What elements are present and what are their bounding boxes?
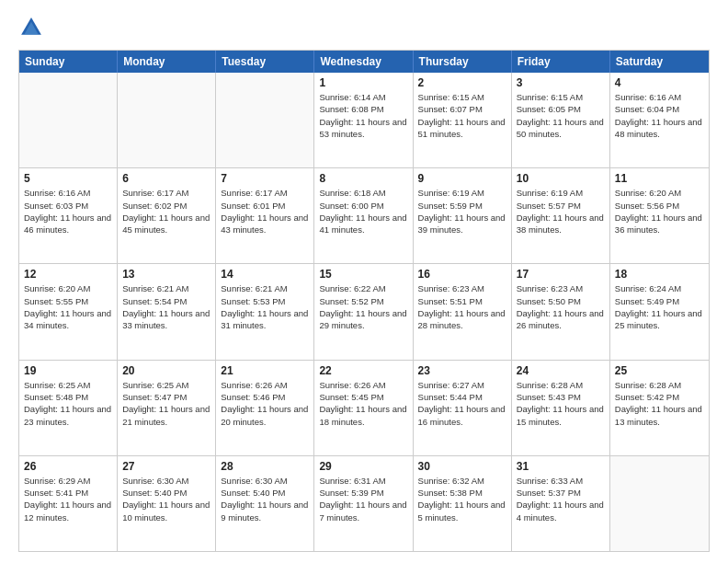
calendar-cell: 19Sunrise: 6:25 AMSunset: 5:48 PMDayligh… — [19, 361, 118, 455]
day-number: 7 — [221, 172, 309, 185]
calendar-body: 1Sunrise: 6:14 AMSunset: 6:08 PMDaylight… — [19, 73, 709, 551]
cell-info: Sunrise: 6:22 AMSunset: 5:52 PMDaylight:… — [319, 282, 407, 331]
weekday-header: Tuesday — [216, 51, 314, 73]
cell-info: Sunrise: 6:23 AMSunset: 5:51 PMDaylight:… — [418, 282, 506, 331]
calendar-cell: 8Sunrise: 6:18 AMSunset: 6:00 PMDaylight… — [314, 168, 413, 263]
cell-info: Sunrise: 6:33 AMSunset: 5:37 PMDaylight:… — [517, 475, 605, 523]
cell-info: Sunrise: 6:31 AMSunset: 5:39 PMDaylight:… — [319, 475, 407, 523]
day-number: 3 — [517, 76, 605, 89]
cell-info: Sunrise: 6:28 AMSunset: 5:42 PMDaylight:… — [615, 379, 704, 428]
weekday-header: Friday — [512, 51, 610, 73]
cell-info: Sunrise: 6:18 AMSunset: 6:00 PMDaylight:… — [319, 187, 407, 236]
calendar-cell — [118, 73, 216, 167]
cell-info: Sunrise: 6:26 AMSunset: 5:45 PMDaylight:… — [319, 379, 407, 428]
calendar-cell: 15Sunrise: 6:22 AMSunset: 5:52 PMDayligh… — [314, 264, 413, 359]
day-number: 4 — [615, 76, 704, 89]
calendar-cell — [19, 73, 118, 167]
calendar-cell: 6Sunrise: 6:17 AMSunset: 6:02 PMDaylight… — [118, 168, 216, 263]
cell-info: Sunrise: 6:27 AMSunset: 5:44 PMDaylight:… — [418, 379, 506, 428]
calendar-cell: 29Sunrise: 6:31 AMSunset: 5:39 PMDayligh… — [314, 456, 413, 551]
cell-info: Sunrise: 6:15 AMSunset: 6:05 PMDaylight:… — [517, 91, 605, 140]
cell-info: Sunrise: 6:16 AMSunset: 6:03 PMDaylight:… — [24, 187, 112, 236]
calendar-cell: 13Sunrise: 6:21 AMSunset: 5:54 PMDayligh… — [118, 264, 216, 359]
cell-info: Sunrise: 6:21 AMSunset: 5:54 PMDaylight:… — [122, 282, 210, 331]
weekday-header: Wednesday — [314, 51, 413, 73]
day-number: 2 — [418, 76, 506, 89]
calendar-header: SundayMondayTuesdayWednesdayThursdayFrid… — [19, 51, 709, 73]
day-number: 9 — [418, 172, 506, 185]
calendar-row: 12Sunrise: 6:20 AMSunset: 5:55 PMDayligh… — [19, 263, 709, 359]
calendar-cell — [610, 456, 709, 551]
day-number: 16 — [418, 268, 506, 281]
cell-info: Sunrise: 6:16 AMSunset: 6:04 PMDaylight:… — [615, 91, 704, 140]
day-number: 15 — [319, 268, 407, 281]
calendar-cell: 31Sunrise: 6:33 AMSunset: 5:37 PMDayligh… — [512, 456, 610, 551]
day-number: 8 — [319, 172, 407, 185]
calendar-cell: 18Sunrise: 6:24 AMSunset: 5:49 PMDayligh… — [610, 264, 709, 359]
calendar-row: 1Sunrise: 6:14 AMSunset: 6:08 PMDaylight… — [19, 73, 709, 167]
calendar-cell: 21Sunrise: 6:26 AMSunset: 5:46 PMDayligh… — [216, 361, 314, 455]
calendar-cell: 24Sunrise: 6:28 AMSunset: 5:43 PMDayligh… — [512, 361, 610, 455]
calendar-cell: 17Sunrise: 6:23 AMSunset: 5:50 PMDayligh… — [512, 264, 610, 359]
cell-info: Sunrise: 6:29 AMSunset: 5:41 PMDaylight:… — [24, 475, 112, 523]
day-number: 11 — [615, 172, 704, 185]
calendar-cell — [216, 73, 314, 167]
day-number: 21 — [221, 364, 309, 377]
logo-icon — [18, 15, 44, 40]
cell-info: Sunrise: 6:14 AMSunset: 6:08 PMDaylight:… — [319, 91, 407, 140]
calendar-cell: 23Sunrise: 6:27 AMSunset: 5:44 PMDayligh… — [414, 361, 512, 455]
day-number: 1 — [319, 76, 407, 89]
day-number: 23 — [418, 364, 506, 377]
day-number: 31 — [517, 460, 605, 473]
calendar: SundayMondayTuesdayWednesdayThursdayFrid… — [18, 50, 710, 552]
day-number: 29 — [319, 460, 407, 473]
calendar-cell: 4Sunrise: 6:16 AMSunset: 6:04 PMDaylight… — [610, 73, 709, 167]
cell-info: Sunrise: 6:19 AMSunset: 5:57 PMDaylight:… — [517, 187, 605, 236]
day-number: 19 — [24, 364, 112, 377]
weekday-header: Thursday — [414, 51, 512, 73]
calendar-cell: 9Sunrise: 6:19 AMSunset: 5:59 PMDaylight… — [414, 168, 512, 263]
day-number: 24 — [517, 364, 605, 377]
cell-info: Sunrise: 6:28 AMSunset: 5:43 PMDaylight:… — [517, 379, 605, 428]
calendar-cell: 11Sunrise: 6:20 AMSunset: 5:56 PMDayligh… — [610, 168, 709, 263]
calendar-row: 5Sunrise: 6:16 AMSunset: 6:03 PMDaylight… — [19, 167, 709, 263]
day-number: 25 — [615, 364, 704, 377]
cell-info: Sunrise: 6:23 AMSunset: 5:50 PMDaylight:… — [517, 282, 605, 331]
cell-info: Sunrise: 6:30 AMSunset: 5:40 PMDaylight:… — [221, 475, 309, 523]
day-number: 6 — [122, 172, 210, 185]
day-number: 13 — [122, 268, 210, 281]
calendar-cell: 20Sunrise: 6:25 AMSunset: 5:47 PMDayligh… — [118, 361, 216, 455]
day-number: 27 — [122, 460, 210, 473]
day-number: 5 — [24, 172, 112, 185]
calendar-cell: 27Sunrise: 6:30 AMSunset: 5:40 PMDayligh… — [118, 456, 216, 551]
calendar-cell: 12Sunrise: 6:20 AMSunset: 5:55 PMDayligh… — [19, 264, 118, 359]
calendar-cell: 26Sunrise: 6:29 AMSunset: 5:41 PMDayligh… — [19, 456, 118, 551]
cell-info: Sunrise: 6:26 AMSunset: 5:46 PMDaylight:… — [221, 379, 309, 428]
day-number: 20 — [122, 364, 210, 377]
cell-info: Sunrise: 6:20 AMSunset: 5:55 PMDaylight:… — [24, 282, 112, 331]
cell-info: Sunrise: 6:24 AMSunset: 5:49 PMDaylight:… — [615, 282, 704, 331]
calendar-row: 26Sunrise: 6:29 AMSunset: 5:41 PMDayligh… — [19, 455, 709, 551]
day-number: 18 — [615, 268, 704, 281]
day-number: 10 — [517, 172, 605, 185]
cell-info: Sunrise: 6:15 AMSunset: 6:07 PMDaylight:… — [418, 91, 506, 140]
day-number: 14 — [221, 268, 309, 281]
cell-info: Sunrise: 6:17 AMSunset: 6:02 PMDaylight:… — [122, 187, 210, 236]
calendar-cell: 28Sunrise: 6:30 AMSunset: 5:40 PMDayligh… — [216, 456, 314, 551]
cell-info: Sunrise: 6:21 AMSunset: 5:53 PMDaylight:… — [221, 282, 309, 331]
calendar-row: 19Sunrise: 6:25 AMSunset: 5:48 PMDayligh… — [19, 360, 709, 455]
calendar-cell: 10Sunrise: 6:19 AMSunset: 5:57 PMDayligh… — [512, 168, 610, 263]
calendar-cell: 16Sunrise: 6:23 AMSunset: 5:51 PMDayligh… — [414, 264, 512, 359]
cell-info: Sunrise: 6:19 AMSunset: 5:59 PMDaylight:… — [418, 187, 506, 236]
weekday-header: Saturday — [610, 51, 709, 73]
cell-info: Sunrise: 6:25 AMSunset: 5:48 PMDaylight:… — [24, 379, 112, 428]
cell-info: Sunrise: 6:17 AMSunset: 6:01 PMDaylight:… — [221, 187, 309, 236]
cell-info: Sunrise: 6:20 AMSunset: 5:56 PMDaylight:… — [615, 187, 704, 236]
cell-info: Sunrise: 6:32 AMSunset: 5:38 PMDaylight:… — [418, 475, 506, 523]
day-number: 26 — [24, 460, 112, 473]
cell-info: Sunrise: 6:30 AMSunset: 5:40 PMDaylight:… — [122, 475, 210, 523]
day-number: 12 — [24, 268, 112, 281]
calendar-cell: 1Sunrise: 6:14 AMSunset: 6:08 PMDaylight… — [314, 73, 413, 167]
calendar-cell: 30Sunrise: 6:32 AMSunset: 5:38 PMDayligh… — [414, 456, 512, 551]
calendar-cell: 3Sunrise: 6:15 AMSunset: 6:05 PMDaylight… — [512, 73, 610, 167]
